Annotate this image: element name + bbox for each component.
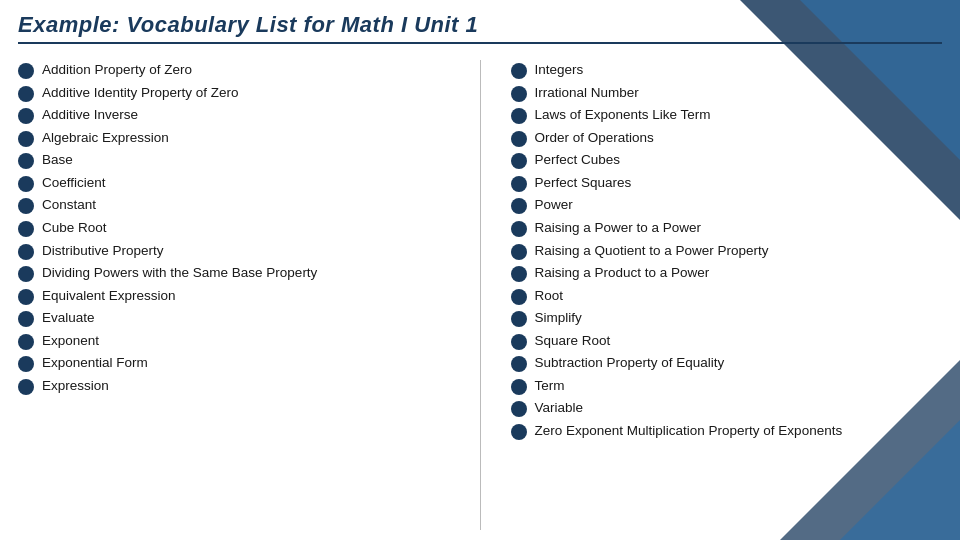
vocab-term: Dividing Powers with the Same Base Prope… — [42, 263, 317, 283]
list-item: Irrational Number — [511, 83, 943, 103]
bullet-icon — [511, 401, 527, 417]
bullet-icon — [18, 379, 34, 395]
vocab-term: Equivalent Expression — [42, 286, 176, 306]
vocab-term: Raising a Quotient to a Power Property — [535, 241, 769, 261]
bullet-icon — [511, 198, 527, 214]
list-item: Power — [511, 195, 943, 215]
vocab-term: Base — [42, 150, 73, 170]
vocab-term: Distributive Property — [42, 241, 164, 261]
vocab-term: Expression — [42, 376, 109, 396]
list-item: Dividing Powers with the Same Base Prope… — [18, 263, 450, 283]
bullet-icon — [511, 63, 527, 79]
list-item: Raising a Power to a Power — [511, 218, 943, 238]
right-column: IntegersIrrational NumberLaws of Exponen… — [491, 60, 943, 530]
vocab-term: Subtraction Property of Equality — [535, 353, 725, 373]
bullet-icon — [511, 153, 527, 169]
vocab-term: Irrational Number — [535, 83, 639, 103]
slide: Example: Vocabulary List for Math I Unit… — [0, 0, 960, 540]
vocab-term: Zero Exponent Multiplication Property of… — [535, 421, 843, 441]
vocab-term: Order of Operations — [535, 128, 654, 148]
right-vocab-list: IntegersIrrational NumberLaws of Exponen… — [511, 60, 943, 441]
vocab-term: Additive Inverse — [42, 105, 138, 125]
title-bar: Example: Vocabulary List for Math I Unit… — [18, 12, 942, 44]
vocab-term: Constant — [42, 195, 96, 215]
content-area: Addition Property of ZeroAdditive Identi… — [18, 60, 942, 530]
bullet-icon — [18, 289, 34, 305]
bullet-icon — [18, 108, 34, 124]
bullet-icon — [18, 311, 34, 327]
list-item: Raising a Product to a Power — [511, 263, 943, 283]
vocab-term: Power — [535, 195, 573, 215]
vocab-term: Exponent — [42, 331, 99, 351]
list-item: Order of Operations — [511, 128, 943, 148]
left-vocab-list: Addition Property of ZeroAdditive Identi… — [18, 60, 450, 395]
list-item: Raising a Quotient to a Power Property — [511, 241, 943, 261]
list-item: Base — [18, 150, 450, 170]
bullet-icon — [511, 334, 527, 350]
bullet-icon — [511, 424, 527, 440]
bullet-icon — [511, 221, 527, 237]
list-item: Coefficient — [18, 173, 450, 193]
list-item: Equivalent Expression — [18, 286, 450, 306]
left-column: Addition Property of ZeroAdditive Identi… — [18, 60, 470, 530]
vocab-term: Raising a Power to a Power — [535, 218, 702, 238]
bullet-icon — [18, 153, 34, 169]
bullet-icon — [511, 266, 527, 282]
bullet-icon — [18, 334, 34, 350]
bullet-icon — [511, 176, 527, 192]
vocab-term: Addition Property of Zero — [42, 60, 192, 80]
list-item: Evaluate — [18, 308, 450, 328]
list-item: Square Root — [511, 331, 943, 351]
list-item: Constant — [18, 195, 450, 215]
column-divider — [480, 60, 481, 530]
bullet-icon — [18, 356, 34, 372]
list-item: Exponent — [18, 331, 450, 351]
list-item: Term — [511, 376, 943, 396]
bullet-icon — [511, 131, 527, 147]
list-item: Perfect Cubes — [511, 150, 943, 170]
list-item: Perfect Squares — [511, 173, 943, 193]
list-item: Expression — [18, 376, 450, 396]
title-divider — [18, 42, 942, 44]
vocab-term: Additive Identity Property of Zero — [42, 83, 239, 103]
bullet-icon — [511, 379, 527, 395]
list-item: Laws of Exponents Like Term — [511, 105, 943, 125]
bullet-icon — [18, 131, 34, 147]
bullet-icon — [511, 108, 527, 124]
list-item: Distributive Property — [18, 241, 450, 261]
bullet-icon — [18, 244, 34, 260]
bullet-icon — [18, 63, 34, 79]
bullet-icon — [18, 266, 34, 282]
vocab-term: Cube Root — [42, 218, 107, 238]
vocab-term: Algebraic Expression — [42, 128, 169, 148]
list-item: Integers — [511, 60, 943, 80]
list-item: Root — [511, 286, 943, 306]
vocab-term: Exponential Form — [42, 353, 148, 373]
list-item: Cube Root — [18, 218, 450, 238]
vocab-term: Variable — [535, 398, 584, 418]
bullet-icon — [511, 244, 527, 260]
bullet-icon — [18, 221, 34, 237]
vocab-term: Square Root — [535, 331, 611, 351]
list-item: Simplify — [511, 308, 943, 328]
list-item: Exponential Form — [18, 353, 450, 373]
vocab-term: Integers — [535, 60, 584, 80]
bullet-icon — [511, 86, 527, 102]
vocab-term: Perfect Cubes — [535, 150, 621, 170]
list-item: Variable — [511, 398, 943, 418]
vocab-term: Laws of Exponents Like Term — [535, 105, 711, 125]
list-item: Zero Exponent Multiplication Property of… — [511, 421, 943, 441]
bullet-icon — [18, 176, 34, 192]
bullet-icon — [511, 311, 527, 327]
list-item: Subtraction Property of Equality — [511, 353, 943, 373]
list-item: Additive Identity Property of Zero — [18, 83, 450, 103]
bullet-icon — [18, 86, 34, 102]
list-item: Algebraic Expression — [18, 128, 450, 148]
slide-title: Example: Vocabulary List for Math I Unit… — [18, 12, 942, 38]
vocab-term: Perfect Squares — [535, 173, 632, 193]
vocab-term: Term — [535, 376, 565, 396]
bullet-icon — [18, 198, 34, 214]
vocab-term: Coefficient — [42, 173, 106, 193]
list-item: Additive Inverse — [18, 105, 450, 125]
vocab-term: Raising a Product to a Power — [535, 263, 710, 283]
